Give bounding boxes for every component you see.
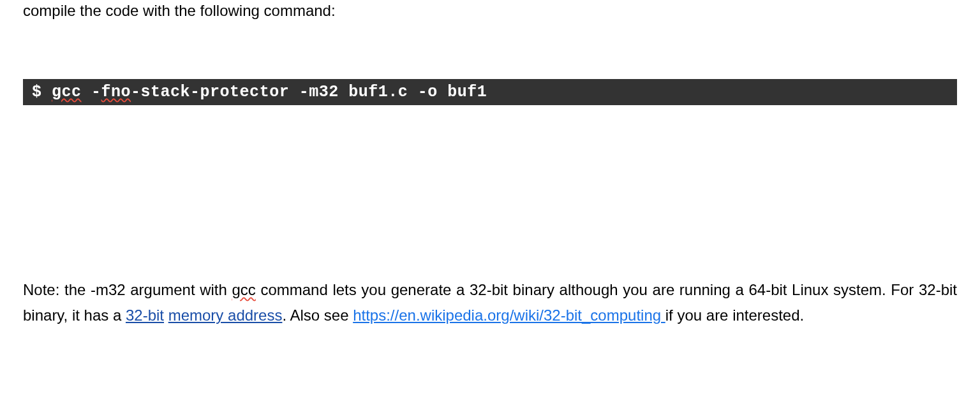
- terminal-command-block: $ gcc -fno-stack-protector -m32 buf1.c -…: [23, 79, 957, 105]
- document-page: compile the code with the following comm…: [0, 0, 980, 329]
- cmd-space: [82, 83, 92, 101]
- prompt-symbol: $: [32, 83, 42, 101]
- note-paragraph: Note: the -m32 argument with gcc command…: [23, 277, 957, 330]
- cmd-fno: fno: [101, 83, 131, 101]
- note-space: [164, 307, 168, 324]
- memory-address-link-a[interactable]: 32-bit: [126, 307, 164, 324]
- note-part4: if you are interested.: [665, 307, 804, 324]
- intro-text: compile the code with the following comm…: [23, 0, 957, 22]
- cmd-dash: -: [91, 83, 101, 101]
- cmd-gcc: gcc: [52, 83, 82, 101]
- wikipedia-link[interactable]: https://en.wikipedia.org/wiki/32-bit_com…: [353, 307, 665, 324]
- memory-address-link-b[interactable]: memory address: [168, 307, 283, 324]
- note-part1: Note: the -m32 argument with: [23, 281, 232, 298]
- note-gcc: gcc: [232, 281, 255, 298]
- note-part3: . Also see: [282, 307, 353, 324]
- cmd-rest: -stack-protector -m32 buf1.c -o buf1: [131, 83, 487, 101]
